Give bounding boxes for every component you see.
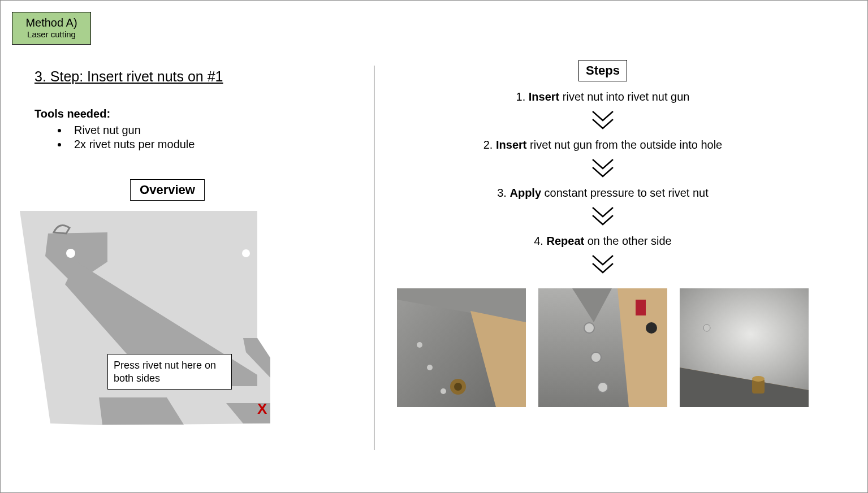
photo-2 [538,288,667,407]
svg-point-30 [703,325,710,331]
svg-point-21 [591,352,601,362]
step-text: 4. Repeat on the other side [385,235,821,248]
chevron-down-icon [589,157,616,180]
photo-row [385,288,821,407]
chevron-down-icon [589,109,616,132]
photo-3 [680,288,809,407]
svg-point-15 [427,365,433,370]
svg-point-29 [752,376,765,382]
photo-1 [397,288,526,407]
step-text: 2. Insert rivet nut gun from the outside… [385,139,821,152]
tool-item: Rivet nut gun [68,124,340,137]
svg-point-14 [417,342,422,348]
svg-point-16 [441,388,446,394]
overview-diagram: Press rivet nut here on both sides X [20,211,257,426]
vertical-divider [374,66,374,450]
step-text: 3. Apply constant pressure to set rivet … [385,187,821,200]
callout-box: Press rivet nut here on both sides [107,354,232,390]
step-text: 1. Insert rivet nut into rivet nut gun [385,90,821,103]
tool-item: 2x rivet nuts per module [68,138,340,151]
svg-rect-23 [636,300,646,315]
left-column: 3. Step: Insert rivet nuts on #1 Tools n… [34,68,340,426]
svg-point-22 [598,382,608,392]
overview-label: Overview [130,179,205,201]
method-tag: Method A) Laser cutting [12,12,91,45]
slide: Method A) Laser cutting 3. Step: Insert … [0,0,868,493]
part-diagram-icon [20,211,280,426]
chevron-down-icon [589,253,616,276]
x-mark: X [257,400,267,418]
svg-point-7 [242,249,250,257]
right-column: Steps 1. Insert rivet nut into rivet nut… [385,60,821,407]
step-heading: 3. Step: Insert rivet nuts on #1 [34,68,340,85]
method-title: Method A) [18,16,85,29]
chevron-down-icon [589,205,616,228]
svg-point-13 [454,383,462,391]
svg-point-20 [584,323,594,333]
tools-label: Tools needed: [34,107,340,120]
steps-label: Steps [578,60,627,81]
tools-list: Rivet nut gun 2x rivet nuts per module [68,124,340,151]
svg-point-6 [66,249,75,258]
svg-point-24 [646,322,657,334]
method-subtitle: Laser cutting [18,29,85,40]
